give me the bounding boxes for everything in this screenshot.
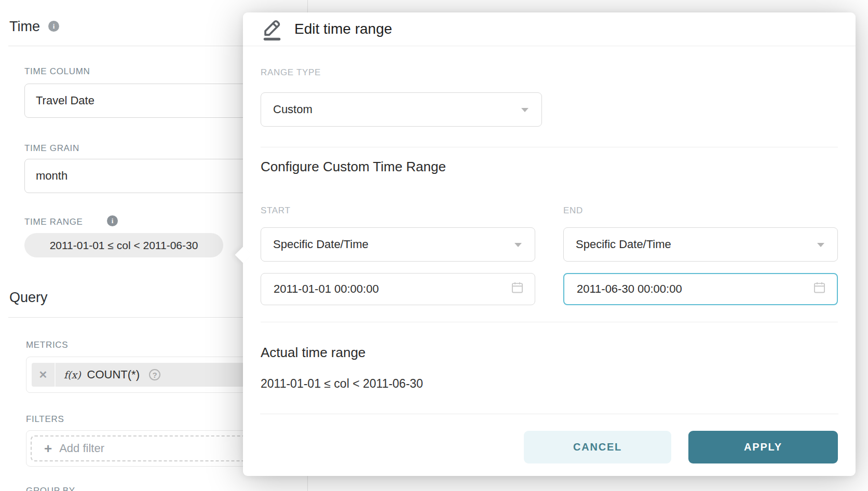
chevron-down-icon xyxy=(817,243,824,247)
metric-remove-icon[interactable]: ✕ xyxy=(32,363,56,387)
chevron-down-icon xyxy=(514,243,522,247)
start-label: START xyxy=(261,206,291,216)
plus-icon: + xyxy=(44,441,52,457)
superset-explore-screen: Time i TIME COLUMN Travel Date TIME GRAI… xyxy=(0,0,868,491)
actual-range-heading: Actual time range xyxy=(261,345,365,361)
metrics-label: METRICS xyxy=(26,340,68,350)
time-range-label: TIME RANGE xyxy=(24,217,83,227)
time-section-title: Time xyxy=(9,19,40,35)
function-icon: f(x) xyxy=(64,369,81,380)
range-type-label: RANGE TYPE xyxy=(261,67,321,78)
time-grain-label: TIME GRAIN xyxy=(24,143,79,154)
end-mode-value: Specific Date/Time xyxy=(576,238,671,251)
end-column: END Specific Date/Time 2011-06-30 00:00:… xyxy=(563,206,838,320)
range-type-value: Custom xyxy=(273,103,313,116)
start-mode-value: Specific Date/Time xyxy=(273,238,369,251)
range-type-select[interactable]: Custom xyxy=(261,92,542,127)
cancel-button[interactable]: CANCEL xyxy=(524,431,671,463)
time-range-info-icon[interactable]: i xyxy=(107,215,118,226)
end-datetime-input[interactable]: 2011-06-30 00:00:00 xyxy=(563,273,838,305)
popover-header: Edit time range xyxy=(243,12,856,46)
calendar-icon[interactable] xyxy=(510,281,524,298)
chevron-down-icon xyxy=(521,108,528,112)
start-datetime-input[interactable]: 2011-01-01 00:00:00 xyxy=(261,273,535,305)
edit-pencil-icon xyxy=(261,17,283,41)
modal-divider-top xyxy=(261,147,838,147)
modal-divider-middle xyxy=(261,322,838,322)
filters-label: FILTERS xyxy=(26,414,64,425)
end-datetime-value: 2011-06-30 00:00:00 xyxy=(577,282,682,296)
end-mode-select[interactable]: Specific Date/Time xyxy=(563,227,838,262)
add-filter-label: Add filter xyxy=(59,442,104,455)
configure-heading: Configure Custom Time Range xyxy=(261,159,446,175)
calendar-icon[interactable] xyxy=(812,281,826,298)
footer-divider xyxy=(260,414,838,414)
end-label: END xyxy=(563,206,583,216)
time-range-pill-value: 2011-01-01 ≤ col < 2011-06-30 xyxy=(50,239,198,252)
start-column: START Specific Date/Time 2011-01-01 00:0… xyxy=(261,206,535,320)
actual-range-value: 2011-01-01 ≤ col < 2011-06-30 xyxy=(261,377,423,391)
popover-arrow xyxy=(235,247,251,263)
group-by-label: GROUP BY xyxy=(26,486,75,491)
start-mode-select[interactable]: Specific Date/Time xyxy=(261,227,535,262)
start-datetime-value: 2011-01-01 00:00:00 xyxy=(274,282,379,296)
popover-title: Edit time range xyxy=(294,21,392,37)
time-grain-value: month xyxy=(36,169,67,183)
metric-name: COUNT(*) xyxy=(87,368,140,381)
query-section-title: Query xyxy=(9,290,48,306)
time-info-icon[interactable]: i xyxy=(48,21,59,32)
time-range-pill[interactable]: 2011-01-01 ≤ col < 2011-06-30 xyxy=(24,233,223,257)
time-column-value: Travel Date xyxy=(36,94,94,107)
edit-time-range-popover: Edit time range RANGE TYPE Custom Config… xyxy=(243,12,856,476)
apply-button[interactable]: APPLY xyxy=(688,431,838,463)
time-column-label: TIME COLUMN xyxy=(24,66,90,77)
metric-help-icon[interactable]: ? xyxy=(149,369,160,380)
